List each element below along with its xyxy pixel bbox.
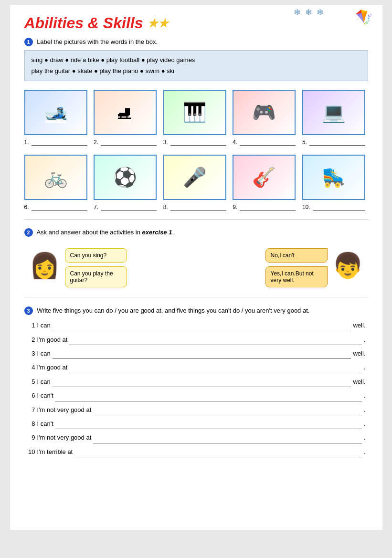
- line-prefix: I'm good at: [37, 362, 68, 373]
- section2-number: 2: [24, 228, 33, 237]
- picture-item: 🛼10.: [302, 155, 368, 211]
- line-suffix: .: [364, 418, 366, 429]
- writing-line: 3I canwell.: [27, 348, 366, 359]
- divider-1: [24, 219, 368, 220]
- writing-lines: 1I canwell.2I'm good at.3I canwell.4I'm …: [24, 320, 368, 457]
- picture-num: 10.: [302, 204, 310, 211]
- line-prefix: I can: [37, 348, 51, 359]
- dialogue-area: 👩 Can you sing? Can you play the guitar?…: [24, 243, 368, 287]
- line-suffix: well.: [353, 320, 365, 331]
- section2-instruction: 2 Ask and answer about the activities in…: [24, 228, 368, 237]
- writing-line: 2I'm good at.: [27, 334, 366, 345]
- line-number: 5: [27, 376, 35, 387]
- wordbox-line1: sing ● draw ● ride a bike ● play footbal…: [32, 54, 361, 65]
- picture-item: ⛸2.: [94, 90, 159, 146]
- line-suffix: .: [364, 390, 366, 401]
- picture-num: 6.: [24, 204, 29, 211]
- line-prefix: I'm terrible at: [37, 446, 73, 457]
- writing-line: 4I'm good at.: [27, 362, 366, 373]
- picture-blank: [313, 203, 365, 211]
- picture-box: ⚽: [94, 155, 157, 200]
- picture-num: 4.: [233, 139, 237, 146]
- picture-num: 8.: [163, 204, 168, 211]
- line-suffix: .: [364, 404, 366, 415]
- picture-item: 🎤8.: [163, 155, 229, 211]
- line-number: 6: [27, 390, 35, 401]
- avatar-boy: 👦: [332, 253, 363, 278]
- line-number: 1: [27, 320, 35, 331]
- bubble-answer-1: No,I can't: [265, 248, 328, 263]
- writing-line: 9I'm not very good at.: [27, 432, 366, 443]
- picture-box: 🎮: [233, 90, 296, 135]
- picture-num: 7.: [94, 204, 98, 211]
- line-prefix: I can't: [37, 418, 53, 429]
- worksheet-page: 🪁 ❄ ❄ ❄ Abilities & Skills ★★ 1 Label th…: [10, 5, 382, 530]
- picture-item: 🎸9.: [233, 155, 298, 211]
- writing-line: 6I can't.: [27, 390, 366, 401]
- picture-blank: [101, 138, 157, 146]
- line-blank: [53, 358, 351, 359]
- picture-box: 💻: [302, 90, 365, 135]
- avatar-girl: 👩: [29, 253, 60, 278]
- picture-blank: [240, 203, 296, 211]
- line-suffix: .: [364, 362, 366, 373]
- line-blank: [53, 331, 351, 331]
- picture-blank: [240, 138, 296, 146]
- picture-num: 2.: [94, 139, 98, 146]
- writing-line: 1I canwell.: [27, 320, 366, 331]
- line-number: 9: [27, 432, 35, 443]
- writing-line: 8I can't.: [27, 418, 366, 429]
- picture-item: 🚲6.: [24, 155, 90, 211]
- kite-decoration: 🪁: [355, 9, 373, 25]
- bubbles-right: No,I can't Yes,I can.But not very well.: [265, 248, 328, 287]
- line-number: 3: [27, 348, 35, 359]
- line-suffix: well.: [353, 348, 365, 359]
- picture-item: 🎿1.: [24, 90, 90, 146]
- line-suffix: .: [364, 432, 366, 443]
- writing-line: 5I canwell.: [27, 376, 366, 387]
- picture-item: ⚽7.: [94, 155, 159, 211]
- section3-instruction: 3 Write five things you can do / you are…: [24, 306, 368, 316]
- picture-blank: [32, 203, 87, 211]
- bubbles-left: Can you sing? Can you play the guitar?: [65, 248, 127, 287]
- writing-line: 7I'm not very good at.: [27, 404, 366, 415]
- line-blank: [53, 387, 351, 387]
- picture-box: 🛼: [302, 155, 365, 200]
- divider-2: [24, 297, 368, 297]
- line-prefix: I can't: [37, 390, 53, 401]
- picture-box: 🎤: [163, 155, 226, 200]
- line-suffix: .: [364, 334, 366, 345]
- picture-blank: [101, 203, 157, 211]
- line-prefix: I can: [37, 376, 51, 387]
- picture-item: 🎹3.: [163, 90, 229, 146]
- line-blank: [74, 457, 362, 457]
- picture-num: 5.: [302, 139, 307, 146]
- pictures-row-1: 🎿1.⛸2.🎹3.🎮4.💻5.: [24, 90, 368, 146]
- picture-box: 🚲: [24, 155, 87, 200]
- line-blank: [55, 429, 362, 429]
- word-box: sing ● draw ● ride a bike ● play footbal…: [24, 50, 368, 81]
- picture-box: ⛸: [94, 90, 157, 135]
- wordbox-line2: play the guitar ● skate ● play the piano…: [32, 65, 361, 76]
- line-number: 2: [27, 334, 35, 345]
- picture-box: 🎸: [233, 155, 296, 200]
- picture-num: 1.: [24, 139, 29, 146]
- title-text: Abilities & Skills: [24, 14, 143, 32]
- section1-instruction: 1 Label the pictures with the words in t…: [24, 38, 368, 46]
- line-number: 4: [27, 362, 35, 373]
- picture-item: 💻5.: [302, 90, 368, 146]
- bubble-question-1: Can you sing?: [65, 248, 127, 263]
- pictures-row-2: 🚲6.⚽7.🎤8.🎸9.🛼10.: [24, 155, 368, 211]
- line-suffix: well.: [353, 376, 365, 387]
- picture-num: 3.: [163, 139, 168, 146]
- bubble-answer-2: Yes,I can.But not very well.: [265, 266, 328, 287]
- line-blank: [93, 443, 362, 443]
- line-suffix: .: [364, 446, 366, 457]
- line-number: 10: [27, 446, 35, 457]
- line-blank: [93, 415, 362, 415]
- picture-blank: [170, 203, 226, 211]
- picture-item: 🎮4.: [233, 90, 298, 146]
- line-blank: [55, 401, 362, 401]
- picture-blank: [32, 138, 87, 146]
- line-prefix: I'm good at: [37, 334, 68, 345]
